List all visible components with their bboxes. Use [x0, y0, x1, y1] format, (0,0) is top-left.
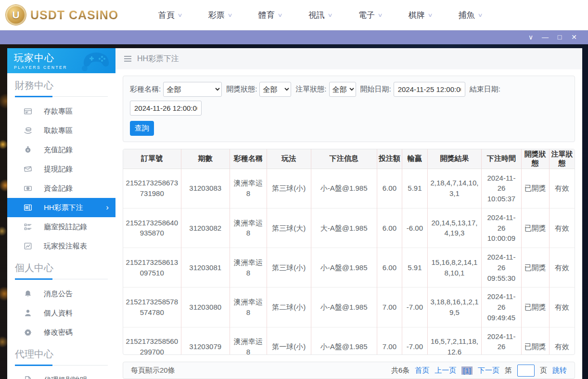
sidebar-section-title: 代理中心	[15, 348, 108, 366]
cash-note-icon	[24, 184, 32, 193]
sidebar-item-player-bet-report[interactable]: 玩家投注報表	[7, 236, 115, 256]
nav-item-lottery[interactable]: 彩票∨	[195, 10, 245, 21]
table-cell: 大-A盤@1.985	[311, 208, 377, 248]
table-cell: 15,16,8,2,14,18,10,1	[427, 248, 482, 288]
table-header-cell: 開獎狀態	[521, 149, 549, 169]
table-cell: 31203081	[181, 248, 230, 288]
table-cell: 2152173258560299700	[123, 327, 181, 355]
maximize-button[interactable]: □	[552, 30, 567, 44]
table-header-cell: 注單狀態	[549, 149, 575, 169]
table-header-cell: 玩法	[267, 149, 311, 169]
table-cell: 2152173258640935870	[123, 208, 181, 248]
table-row: 215217325857857478031203080澳洲幸运8第二球(小)小-…	[123, 288, 575, 327]
table-row: 215217325861309751031203081澳洲幸运8第三球(小)小-…	[123, 248, 575, 288]
chevron-down-icon: ∨	[227, 12, 232, 18]
report-chart-icon	[24, 242, 32, 250]
sidebar-section: 財務中心存款專區取款專區充值記錄提現記錄資金記錄HH彩票下注›廳室投註記錄玩家投…	[7, 79, 115, 256]
sidebar-item-hh-lottery-bets[interactable]: HH彩票下注›	[7, 198, 115, 217]
table-cell: 31203082	[181, 208, 230, 248]
table-cell: 6.00	[377, 169, 402, 208]
search-button[interactable]: 查詢	[130, 121, 154, 136]
sidebar-item-profile[interactable]: 個人資料	[7, 303, 115, 323]
sidebar-section-title: 個人中心	[15, 261, 108, 279]
minimize-button[interactable]: —	[538, 30, 552, 44]
table-cell: 小-A盤@1.985	[311, 288, 377, 327]
end-date-label: 結束日期:	[470, 85, 500, 94]
pager: 共6条 首页 上一页 [1] 下一页 第 页 跳转	[391, 365, 567, 377]
table-header-cell: 彩種名稱	[230, 149, 267, 169]
next-page-link[interactable]: 下一页	[478, 366, 499, 375]
collapse-button[interactable]: ∨	[524, 30, 538, 44]
order-status-select[interactable]: 全部	[329, 82, 356, 97]
table-cell: 16,5,7,2,11,18,12,6	[427, 327, 482, 355]
jump-prefix: 第	[505, 366, 512, 375]
chevron-down-icon: ∨	[377, 12, 383, 18]
page-size-text: 每頁顯示20條	[131, 366, 175, 375]
table-cell: 2152173258613097510	[123, 248, 181, 288]
jump-button[interactable]: 跳转	[552, 366, 567, 375]
sidebar-item-agent-rules[interactable]: 代理規則說明	[7, 370, 115, 379]
table-cell: 第二球(小)	[267, 288, 311, 327]
draw-status-select[interactable]: 全部	[259, 82, 291, 97]
sidebar-item-deposit[interactable]: 存款專區	[7, 102, 115, 121]
chevron-down-icon: ∨	[327, 12, 332, 18]
minimize-icon: —	[542, 33, 549, 41]
sidebar-item-label: 存款專區	[44, 107, 73, 116]
table-cell: 31203083	[181, 169, 230, 208]
breadcrumb: HH彩票下注	[115, 48, 582, 69]
current-page-badge[interactable]: [1]	[461, 366, 473, 375]
table-cell: 6.00	[377, 208, 402, 248]
top-header: U USDT CASINO 首頁∨彩票∨體育∨視訊∨電子∨棋牌∨捕魚∨	[0, 0, 588, 30]
sidebar-item-label: 取款專區	[44, 126, 73, 135]
sidebar-item-funds-records[interactable]: 資金記錄	[7, 179, 115, 198]
menu-icon[interactable]	[124, 56, 131, 62]
chevron-down-icon: ∨	[477, 12, 483, 18]
sidebar-item-label: 修改密碼	[44, 328, 73, 337]
table-cell: 有效	[549, 327, 575, 355]
sidebar-header: 玩家中心 PLAYERS CENTER	[7, 48, 115, 73]
bets-table-panel: 訂單號期數彩種名稱玩法下注信息投注額輸贏開獎結果下注時間開獎狀態注單狀態 215…	[123, 149, 575, 355]
nav-item-fishing[interactable]: 捕魚∨	[445, 10, 495, 21]
table-cell: 澳洲幸运8	[230, 208, 267, 248]
withdraw-hand-icon	[24, 126, 32, 135]
table-head: 訂單號期數彩種名稱玩法下注信息投注額輸贏開獎結果下注時間開獎狀態注單狀態	[123, 149, 575, 169]
chevron-down-icon: ∨	[277, 12, 282, 18]
table-cell: 2024-11-26 09:46:42	[482, 327, 522, 355]
table-cell: 第一球(小)	[267, 327, 311, 355]
nav-item-electronic[interactable]: 電子∨	[345, 10, 395, 21]
table-header-cell: 投注額	[377, 149, 402, 169]
table-cell: 有效	[549, 248, 575, 288]
first-page-link[interactable]: 首页	[415, 366, 429, 375]
prev-page-link[interactable]: 上一页	[435, 366, 456, 375]
page-jump-input[interactable]	[517, 365, 535, 377]
nav-item-sports[interactable]: 體育∨	[245, 10, 295, 21]
logo-text: USDT CASINO	[30, 8, 118, 22]
sidebar-section: 個人中心消息公告個人資料修改密碼	[7, 261, 115, 342]
logo[interactable]: U USDT CASINO	[6, 5, 118, 25]
lottery-list-icon	[24, 203, 32, 212]
sidebar-item-change-password[interactable]: 修改密碼	[7, 323, 115, 342]
table-cell: 澳洲幸运8	[230, 327, 267, 355]
sidebar-item-withdrawal-records[interactable]: 提現記錄	[7, 159, 115, 179]
table-cell: 澳洲幸运8	[230, 169, 267, 208]
table-cell: 5.91	[402, 169, 428, 208]
table-cell: 7.00	[377, 327, 402, 355]
lottery-name-select[interactable]: 全部	[163, 82, 222, 97]
sidebar-item-withdraw[interactable]: 取款專區	[7, 121, 115, 140]
table-cell: -7.00	[402, 288, 428, 327]
maximize-icon: □	[558, 33, 562, 41]
sidebar-section: 代理中心代理規則說明	[7, 348, 115, 379]
sidebar-item-announcements[interactable]: 消息公告	[7, 284, 115, 303]
sidebar-item-recharge-records[interactable]: 充值記錄	[7, 140, 115, 159]
nav-item-video[interactable]: 視訊∨	[295, 10, 345, 21]
chevron-right-icon: ›	[106, 203, 109, 212]
nav-item-chess[interactable]: 棋牌∨	[395, 10, 445, 21]
start-date-input[interactable]	[394, 82, 465, 97]
table-cell: 第三球(小)	[267, 248, 311, 288]
sidebar-item-room-bet-records[interactable]: 廳室投註記錄	[7, 217, 115, 236]
jump-suffix: 页	[540, 366, 547, 375]
money-bag-icon	[24, 145, 32, 154]
close-button[interactable]: ✕	[567, 30, 581, 44]
nav-item-home[interactable]: 首頁∨	[145, 10, 195, 21]
end-date-input[interactable]	[130, 101, 202, 116]
